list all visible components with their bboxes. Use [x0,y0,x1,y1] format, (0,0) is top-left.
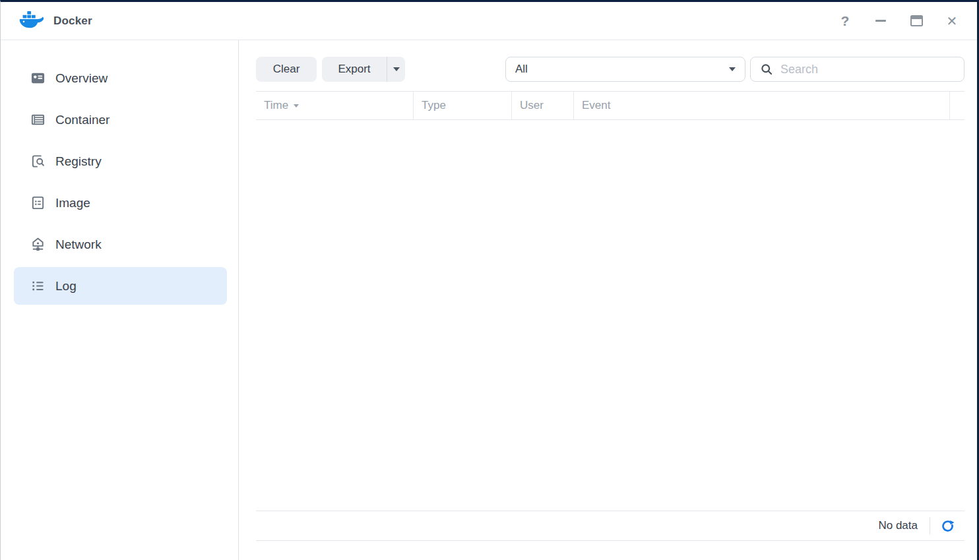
log-table-footer: No data [256,511,964,541]
sidebar-item-label: Registry [55,154,102,169]
column-header-type[interactable]: Type [414,92,512,119]
window-controls: ? ✕ [837,13,960,29]
export-button[interactable]: Export [322,57,387,82]
sidebar-item-network[interactable]: Network [14,226,227,263]
status-text: No data [878,519,918,532]
sidebar-item-log[interactable]: Log [14,267,227,305]
export-menu-button[interactable] [387,67,405,71]
app-title: Docker [53,15,92,28]
sidebar-item-registry[interactable]: Registry [14,142,227,180]
footer-divider [930,517,930,534]
chevron-down-icon [729,67,736,71]
help-icon[interactable]: ? [837,13,853,29]
filter-selected-value: All [515,63,528,76]
sidebar-item-label: Network [55,237,102,252]
app-body: Overview Container [1,40,977,560]
titlebar: Docker ? ✕ [1,2,977,40]
log-table-header: Time Type User Event [256,91,964,120]
sidebar-item-image[interactable]: Image [14,184,227,222]
sidebar-item-label: Log [55,279,77,294]
sort-desc-icon [294,104,299,108]
export-split-button[interactable]: Export [322,57,405,82]
log-panel: Clear Export All Time [239,40,977,560]
log-table-body-empty [256,120,964,511]
column-header-event[interactable]: Event [574,92,950,119]
search-icon [760,63,773,76]
refresh-button[interactable] [939,518,955,534]
minimize-icon[interactable] [873,13,889,29]
sidebar-item-container[interactable]: Container [14,101,227,139]
column-header-spacer [950,92,964,119]
sidebar-item-label: Overview [55,71,108,86]
search-input[interactable] [780,63,956,77]
search-box[interactable] [750,57,964,82]
log-icon [30,278,46,294]
overview-icon [30,71,46,86]
image-icon [30,195,46,211]
maximize-icon[interactable] [908,13,924,29]
chevron-down-icon [393,67,400,71]
network-icon [30,237,46,253]
sidebar-item-label: Image [55,196,90,210]
sidebar-item-overview[interactable]: Overview [14,59,227,97]
column-header-time[interactable]: Time [256,92,414,119]
docker-whale-icon [16,10,47,32]
close-icon[interactable]: ✕ [944,13,960,29]
sidebar-item-label: Container [55,113,110,127]
registry-icon [30,154,46,170]
sidebar: Overview Container [1,40,239,560]
clear-button[interactable]: Clear [256,57,317,82]
log-filter-dropdown[interactable]: All [505,57,745,82]
column-header-user[interactable]: User [512,92,574,119]
toolbar: Clear Export All [256,57,964,82]
container-icon [30,112,46,128]
